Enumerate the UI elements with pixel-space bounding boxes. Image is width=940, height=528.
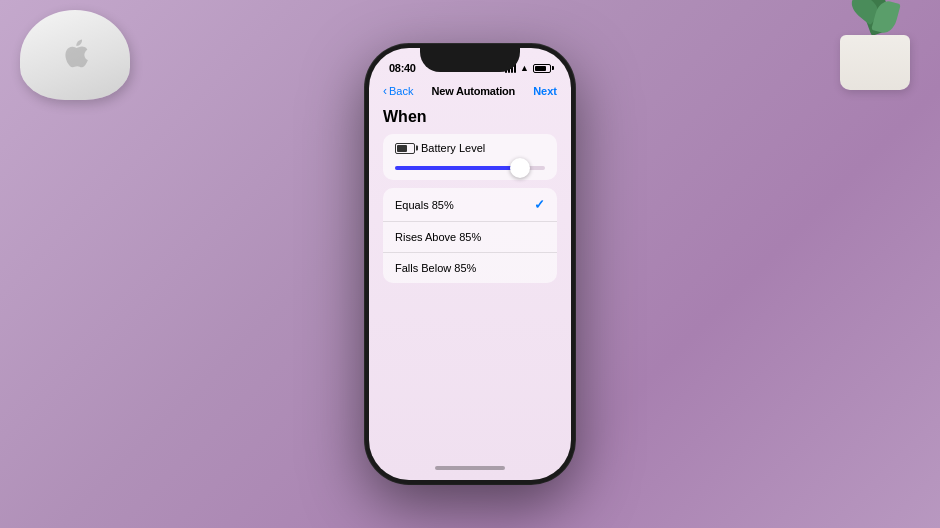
battery-level-card: Battery Level <box>383 134 557 180</box>
plant-decoration <box>830 0 920 90</box>
back-button[interactable]: ‹ Back <box>383 84 413 98</box>
slider-fill <box>395 166 520 170</box>
next-button[interactable]: Next <box>533 85 557 97</box>
plant-pot-body <box>840 35 910 90</box>
option-falls-label: Falls Below 85% <box>395 262 476 274</box>
options-list: Equals 85% ✓ Rises Above 85% Falls Below… <box>383 188 557 283</box>
option-rises-above[interactable]: Rises Above 85% <box>383 222 557 253</box>
option-falls-below[interactable]: Falls Below 85% <box>383 253 557 283</box>
battery-header: Battery Level <box>395 142 545 154</box>
home-bar <box>435 466 505 470</box>
option-equals-label: Equals 85% <box>395 199 454 211</box>
phone-frame: 08:40 ▲ ‹ Back New Automation <box>365 44 575 484</box>
nav-title: New Automation <box>432 85 516 97</box>
phone-screen: 08:40 ▲ ‹ Back New Automation <box>369 48 571 480</box>
home-indicator[interactable] <box>369 456 571 480</box>
apple-mouse <box>20 10 130 100</box>
battery-icon <box>395 143 415 154</box>
checkmark-icon: ✓ <box>534 197 545 212</box>
status-time: 08:40 <box>389 62 416 74</box>
phone-notch <box>420 44 520 72</box>
back-chevron-icon: ‹ <box>383 84 387 98</box>
nav-bar: ‹ Back New Automation Next <box>369 80 571 102</box>
back-label: Back <box>389 85 413 97</box>
battery-slider-container[interactable] <box>395 164 545 172</box>
wifi-icon: ▲ <box>520 63 529 73</box>
apple-logo-icon <box>61 38 89 72</box>
slider-thumb[interactable] <box>510 158 530 178</box>
slider-track[interactable] <box>395 166 545 170</box>
battery-level-label: Battery Level <box>421 142 485 154</box>
battery-status-icon <box>533 64 551 73</box>
content-area: When Battery Level <box>369 102 571 456</box>
option-equals[interactable]: Equals 85% ✓ <box>383 188 557 222</box>
section-title: When <box>383 108 557 126</box>
option-rises-label: Rises Above 85% <box>395 231 481 243</box>
